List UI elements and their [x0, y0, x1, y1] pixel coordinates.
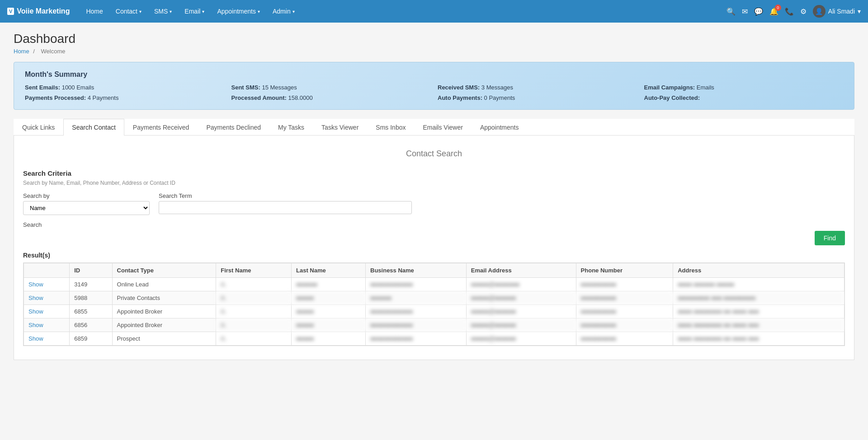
tab-my-tasks[interactable]: My Tasks: [269, 119, 313, 136]
phone-cell: ●●●●●●●●●●: [576, 278, 673, 291]
search-term-input[interactable]: [159, 201, 412, 214]
summary-grid: Sent Emails: 1000 Emails Sent SMS: 15 Me…: [25, 84, 843, 101]
tab-search-contact[interactable]: Search Contact: [63, 119, 124, 136]
email-cell: ●●●●●@●●●●●●: [466, 291, 576, 305]
address-cell: ●●●● ●●●●●● ●●●●●: [673, 278, 844, 291]
results-table: ID Contact Type First Name Last Name Bus…: [24, 263, 844, 346]
user-name: Ali Smadi: [828, 8, 855, 15]
show-link-cell: Show: [24, 332, 70, 346]
user-menu[interactable]: 👤 Ali Smadi ▾: [813, 5, 861, 18]
breadcrumb-separator: /: [33, 48, 35, 55]
page-title: Dashboard: [14, 32, 854, 46]
brand-name: Voiie Marketing: [17, 7, 70, 15]
summary-item-2: Received SMS: 3 Messages: [438, 84, 637, 91]
email-cell: ●●●●●@●●●●●●: [466, 318, 576, 332]
chat-icon[interactable]: 💬: [754, 7, 763, 16]
search-term-group: Search Term: [159, 192, 412, 214]
type-cell: Prospect: [112, 332, 216, 346]
search-by-label: Search by: [23, 192, 150, 199]
type-cell: Private Contacts: [112, 291, 216, 305]
tab-appointments[interactable]: Appointments: [472, 119, 528, 136]
main-content: Dashboard Home / Welcome Month's Summary…: [0, 23, 868, 369]
business-cell: ●●●●●●●●●●●●: [366, 305, 467, 318]
tab-quick-links[interactable]: Quick Links: [14, 119, 63, 136]
email-icon[interactable]: ✉: [742, 7, 748, 16]
show-link[interactable]: Show: [28, 308, 43, 315]
avatar: 👤: [813, 5, 826, 18]
tab-tasks-viewer[interactable]: Tasks Viewer: [313, 119, 367, 136]
show-link[interactable]: Show: [28, 335, 43, 342]
business-cell: ●●●●●●●●●●●●: [366, 318, 467, 332]
id-cell: 6856: [70, 318, 112, 332]
nav-admin[interactable]: Admin ▾: [267, 0, 300, 23]
brand[interactable]: V Voiie Marketing: [7, 7, 70, 15]
results-table-wrapper: ID Contact Type First Name Last Name Bus…: [23, 262, 845, 346]
contact-search-title: Contact Search: [23, 149, 845, 159]
show-link[interactable]: Show: [28, 281, 43, 288]
tab-payments-received[interactable]: Payments Received: [124, 119, 198, 136]
breadcrumb-home[interactable]: Home: [14, 48, 29, 55]
summary-value-1: 15 Messages: [262, 84, 297, 91]
col-contact-type: Contact Type: [112, 263, 216, 278]
id-cell: 5988: [70, 291, 112, 305]
show-link[interactable]: Show: [28, 322, 43, 328]
show-link-cell: Show: [24, 278, 70, 291]
address-cell: ●●●● ●●●●●●●● ●● ●●●● ●●●: [673, 332, 844, 346]
tab-payments-declined[interactable]: Payments Declined: [198, 119, 269, 136]
search-by-group: Search by Name Email Phone Number Addres…: [23, 192, 150, 215]
email-cell: ●●●●●@●●●●●●: [466, 332, 576, 346]
tab-emails-viewer[interactable]: Emails Viewer: [414, 119, 471, 136]
phone-cell: ●●●●●●●●●●: [576, 291, 673, 305]
nav-appointments[interactable]: Appointments ▾: [212, 0, 265, 23]
nav-contact[interactable]: Contact ▾: [110, 0, 147, 23]
col-email: Email Address: [466, 263, 576, 278]
first-name-cell: A.: [216, 332, 292, 346]
col-business-name: Business Name: [366, 263, 467, 278]
col-address: Address: [673, 263, 844, 278]
table-row: Show 3149 Online Lead A. ●●●●●● ●●●●●●●●…: [24, 278, 844, 291]
address-cell: ●●●● ●●●●●●●● ●● ●●●● ●●●: [673, 318, 844, 332]
nav-home[interactable]: Home: [80, 0, 108, 23]
find-button[interactable]: Find: [815, 231, 845, 245]
bell-icon[interactable]: 🔔 0: [769, 7, 778, 16]
nav-email[interactable]: Email ▾: [179, 0, 210, 23]
criteria-title: Search Criteria: [23, 169, 845, 177]
nav-sms[interactable]: SMS ▾: [149, 0, 177, 23]
phone-icon[interactable]: 📞: [785, 7, 794, 16]
phone-cell: ●●●●●●●●●●: [576, 332, 673, 346]
summary-value-4: 4 Payments: [88, 94, 119, 101]
show-link[interactable]: Show: [28, 295, 43, 301]
summary-item-0: Sent Emails: 1000 Emails: [25, 84, 224, 91]
summary-title: Month's Summary: [25, 70, 843, 79]
nav-icons: 🔍 ✉ 💬 🔔 0 📞 ⚙ 👤 Ali Smadi ▾: [726, 5, 861, 18]
summary-value-5: 158.0000: [288, 94, 312, 101]
id-cell: 6855: [70, 305, 112, 318]
type-cell: Online Lead: [112, 278, 216, 291]
business-cell: ●●●●●●●●●●●●: [366, 332, 467, 346]
tab-content-search-contact: Contact Search Search Criteria Search by…: [14, 136, 854, 360]
last-name-cell: ●●●●●: [292, 305, 366, 318]
breadcrumb-current: Welcome: [41, 48, 66, 55]
business-cell: ●●●●●●: [366, 291, 467, 305]
col-first-name: First Name: [216, 263, 292, 278]
summary-label-3: Email Campaigns:: [644, 84, 695, 91]
last-name-cell: ●●●●●: [292, 291, 366, 305]
search-icon[interactable]: 🔍: [726, 7, 736, 16]
email-cell: ●●●●●@●●●●●●: [466, 305, 576, 318]
table-row: Show 6859 Prospect A. ●●●●● ●●●●●●●●●●●●…: [24, 332, 844, 346]
search-label: Search: [23, 221, 845, 228]
last-name-cell: ●●●●●: [292, 318, 366, 332]
table-row: Show 6855 Appointed Broker A. ●●●●● ●●●●…: [24, 305, 844, 318]
summary-item-5: Processed Amount: 158.0000: [231, 94, 431, 101]
tab-sms-inbox[interactable]: Sms Inbox: [367, 119, 414, 136]
col-action: [24, 263, 70, 278]
gear-icon[interactable]: ⚙: [800, 7, 807, 16]
type-cell: Appointed Broker: [112, 318, 216, 332]
show-link-cell: Show: [24, 305, 70, 318]
search-by-select[interactable]: Name Email Phone Number Address Contact …: [23, 201, 150, 215]
summary-label-4: Payments Processed:: [25, 94, 86, 101]
summary-label-5: Processed Amount:: [231, 94, 287, 101]
search-term-label: Search Term: [159, 192, 412, 199]
email-cell: ●●●●●@●●●●●●●: [466, 278, 576, 291]
business-cell: ●●●●●●●●●●●●: [366, 278, 467, 291]
